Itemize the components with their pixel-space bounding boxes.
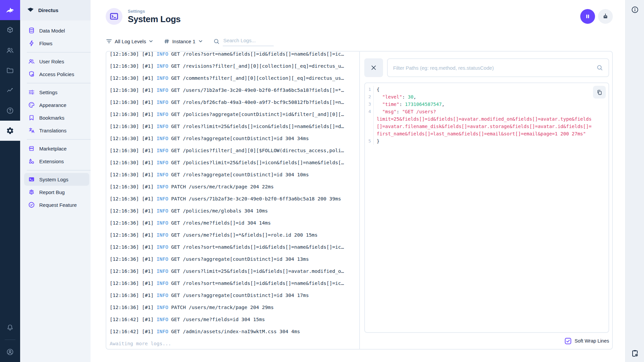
nav-item-system-logs[interactable]: System Logs <box>24 173 89 186</box>
box-icon <box>6 26 14 34</box>
log-message: GET /policies?filter[_and][0][$FOLLOW(di… <box>168 148 344 153</box>
nav-item-extensions[interactable]: Extensions <box>20 155 91 168</box>
log-row[interactable]: [12:16:30] [#1] INFO GET /policies?aggre… <box>110 108 356 120</box>
log-level: INFO <box>157 63 168 69</box>
log-meta: [12:16:30] [#1] <box>110 148 157 153</box>
filter-paths-input[interactable] <box>393 65 593 71</box>
log-meta: [12:16:36] [#1] <box>110 293 157 298</box>
nav-item-label: User Roles <box>39 59 64 64</box>
module-content[interactable] <box>0 20 20 40</box>
log-meta: [12:16:30] [#1] <box>110 172 157 177</box>
log-row[interactable]: [12:16:30] [#1] INFO GET /roles?limit=25… <box>110 120 356 132</box>
nav-item-bookmarks[interactable]: Bookmarks <box>20 111 91 124</box>
module-help[interactable] <box>0 101 20 121</box>
log-detail-pane: 1{2 "level": 30,3 "time": 1731064587547,… <box>360 52 612 349</box>
nav-item-report-bug[interactable]: Report Bug <box>20 186 91 198</box>
nav-item-label: Settings <box>39 89 57 95</box>
log-row[interactable]: [12:16:42] [#1] INFO GET /users/me?field… <box>110 313 356 325</box>
nav-item-flows[interactable]: Flows <box>20 37 91 50</box>
line-number <box>365 115 374 123</box>
nav-item-marketplace[interactable]: Marketplace <box>20 142 91 155</box>
log-row[interactable]: [12:16:30] [#1] INFO GET /revisions?filt… <box>110 60 356 72</box>
log-row[interactable]: [12:16:36] [#1] INFO GET /users?limit=25… <box>110 265 356 277</box>
instance-filter-label: Instance 1 <box>172 39 195 44</box>
log-row[interactable]: [12:16:36] [#1] INFO GET /roles/me?field… <box>110 217 356 229</box>
soft-wrap-checkbox[interactable] <box>565 338 571 344</box>
info-button[interactable] <box>631 6 639 14</box>
log-level: INFO <box>157 100 168 105</box>
log-level: INFO <box>157 220 168 226</box>
search-icon <box>596 64 603 71</box>
code-line: []=avatar.filename_disk&fields[]=avatar.… <box>365 123 608 130</box>
soft-wrap-row: Soft Wrap Lines <box>364 336 609 346</box>
nav-item-translations[interactable]: Translations <box>20 124 91 137</box>
rabbit-icon <box>4 4 16 16</box>
log-message: GET /roles?aggregate[countDistinct]=id 3… <box>168 136 309 141</box>
log-row[interactable]: [12:16:36] [#1] INFO GET /users?aggregat… <box>110 289 356 301</box>
log-message: GET /users/me?fields[]=*&fields[]=role.i… <box>168 232 318 238</box>
clear-logs-button[interactable] <box>598 9 613 24</box>
directus-logo[interactable] <box>0 0 20 20</box>
nav-item-appearance[interactable]: Appearance <box>20 99 91 111</box>
info-icon <box>631 6 639 14</box>
log-row[interactable]: [12:16:36] [#1] INFO GET /roles?sort=nam… <box>110 241 356 253</box>
nav-item-request-feature[interactable]: Request Feature <box>20 198 91 211</box>
log-row[interactable]: [12:16:30] [#1] INFO GET /roles?sort=nam… <box>110 52 356 60</box>
log-row[interactable]: [12:16:36] [#1] INFO GET /users?aggregat… <box>110 253 356 265</box>
log-row[interactable]: [12:16:30] [#1] INFO GET /policies?limit… <box>110 157 356 169</box>
log-row[interactable]: [12:16:30] [#1] INFO GET /roles/bf26cfab… <box>110 96 356 108</box>
shield-icon <box>28 71 35 77</box>
code-line: 2 "level": 30, <box>365 93 608 101</box>
user-menu-button[interactable] <box>0 342 20 362</box>
module-settings[interactable] <box>0 121 20 141</box>
translate-icon <box>28 127 35 134</box>
log-row[interactable]: [12:16:30] [#1] INFO GET /policies?filte… <box>110 144 356 157</box>
log-level-filter[interactable]: All Log Levels <box>106 38 154 45</box>
log-row[interactable]: [12:16:36] [#1] INFO GET /roles?sort=nam… <box>110 277 356 289</box>
log-row[interactable]: [12:16:30] [#1] INFO GET /roles?aggregat… <box>110 169 356 181</box>
copy-icon <box>596 89 603 96</box>
log-row[interactable]: [12:16:36] [#1] INFO PATCH /users/71b2af… <box>110 193 356 205</box>
module-insights[interactable] <box>0 80 20 101</box>
notifications-button[interactable] <box>0 317 20 338</box>
shapes-icon <box>28 158 35 165</box>
activity-log-button[interactable] <box>631 349 639 358</box>
breadcrumb: Settings <box>128 9 180 14</box>
log-level: INFO <box>157 268 168 274</box>
log-level: INFO <box>157 196 168 201</box>
log-row[interactable]: [12:16:30] [#1] INFO GET /roles?aggregat… <box>110 132 356 144</box>
copy-button[interactable] <box>593 86 606 99</box>
log-row[interactable]: [12:16:30] [#1] INFO PATCH /users/me/tra… <box>110 181 356 193</box>
hash-icon <box>164 38 170 44</box>
log-row[interactable]: [12:16:36] [#1] INFO GET /users/me?field… <box>110 229 356 241</box>
nav-item-user-roles[interactable]: User Roles <box>20 55 91 68</box>
nav-list: Data Model Flows User Roles Access Polic… <box>20 20 91 211</box>
nav-item-access-policies[interactable]: Access Policies <box>20 68 91 80</box>
log-row[interactable]: [12:16:30] [#1] INFO GET /users/71b2af3e… <box>110 84 356 96</box>
pause-logs-button[interactable] <box>580 9 595 24</box>
nav-item-settings[interactable]: Settings <box>20 86 91 99</box>
log-row[interactable]: [12:16:36] [#1] INFO GET /policies/me/gl… <box>110 205 356 217</box>
nav-item-data-model[interactable]: Data Model <box>20 24 91 37</box>
module-users[interactable] <box>0 40 20 60</box>
close-detail-button[interactable] <box>364 58 383 77</box>
log-level: INFO <box>157 148 168 153</box>
log-row[interactable]: [12:16:42] [#1] INFO GET /admin/assets/i… <box>110 325 356 338</box>
nav-item-label: Appearance <box>39 102 66 108</box>
log-level: INFO <box>157 305 168 310</box>
log-detail-code: 1{2 "level": 30,3 "time": 1731064587547,… <box>364 82 609 333</box>
user-roles-icon <box>28 58 35 65</box>
code-line: limit=25&fields[]=id&fields[]=avatar.mod… <box>365 115 608 123</box>
module-files[interactable] <box>0 60 20 80</box>
nav-item-label: Flows <box>39 41 52 46</box>
log-message: PATCH /users/me/track/page 204 22ms <box>168 184 274 189</box>
instance-filter[interactable]: Instance 1 <box>164 38 203 44</box>
log-level: INFO <box>157 232 168 238</box>
palette-icon <box>28 102 35 108</box>
project-header[interactable]: Directus <box>20 0 91 20</box>
log-row[interactable]: [12:16:30] [#1] INFO GET /comments?filte… <box>110 72 356 84</box>
search-logs-input[interactable] <box>223 37 274 46</box>
log-row[interactable]: [12:16:36] [#1] INFO PATCH /users/me/tra… <box>110 301 356 313</box>
log-message: GET /roles?limit=25&fields[]=icon&fields… <box>168 124 344 129</box>
code-line: 1{ <box>365 86 608 93</box>
